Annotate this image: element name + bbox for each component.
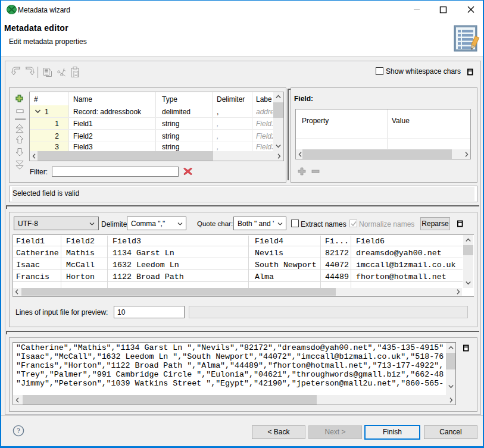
svg-text:?: ? <box>17 427 20 435</box>
